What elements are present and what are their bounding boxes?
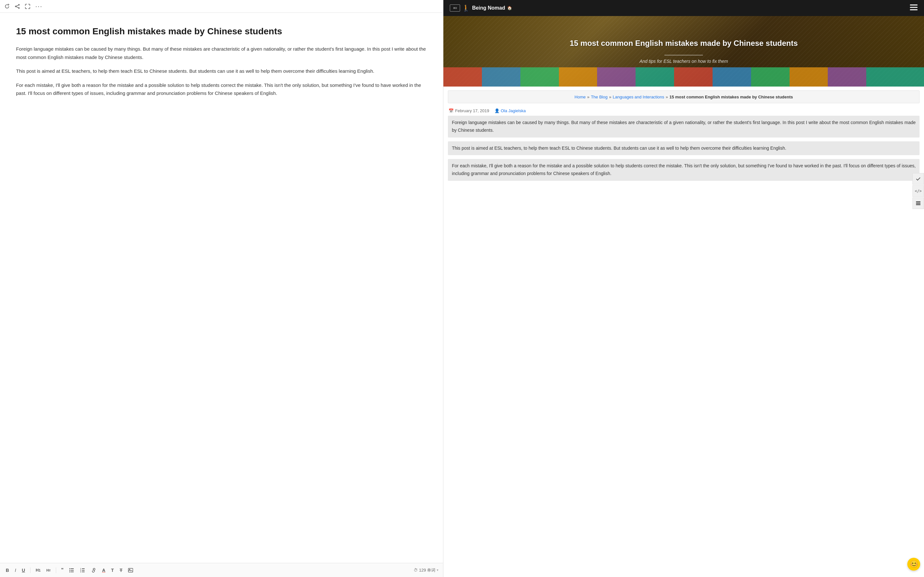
website-preview-panel: IKI 🚶 Being Nomad 🏠 15 most common Engli… — [443, 0, 924, 577]
strikethrough-button[interactable]: T — [118, 567, 124, 574]
word-count-chevron[interactable]: ▾ — [437, 568, 439, 572]
article-paragraph-1: Foreign language mistakes can be caused … — [448, 116, 919, 137]
editor-paragraph-2: This post is aimed at ESL teachers, to h… — [16, 67, 427, 75]
breadcrumb-blog-link[interactable]: The Blog — [591, 95, 607, 99]
logo-prefix: IKI — [453, 6, 457, 10]
svg-text:3: 3 — [80, 571, 81, 572]
svg-rect-19 — [910, 5, 918, 5]
editor-toolbar-bottom: B I U H1 H2 " 123 A T T — [0, 563, 443, 577]
editor-panel: ··· 15 most common English mistakes made… — [0, 0, 443, 577]
svg-rect-20 — [910, 7, 918, 8]
more-icon[interactable]: ··· — [35, 3, 43, 10]
list-ul-button[interactable] — [68, 567, 76, 573]
meta-date: 📅 February 17, 2019 — [449, 108, 489, 113]
image-button[interactable] — [127, 567, 134, 573]
format-button[interactable]: T — [110, 567, 115, 574]
editor-title: 15 most common English mistakes made by … — [16, 26, 427, 37]
svg-rect-5 — [71, 568, 74, 569]
svg-line-4 — [16, 7, 19, 8]
word-count-text: 129 单词 — [419, 567, 435, 573]
article-body: Foreign language mistakes can be caused … — [443, 116, 924, 191]
breadcrumb: Home » The Blog » Languages and Interact… — [448, 90, 919, 103]
hero-subtitle: And tips for ESL teachers on how to fix … — [640, 59, 728, 64]
svg-rect-12 — [82, 570, 85, 571]
hero-divider — [664, 55, 703, 55]
svg-rect-23 — [916, 203, 921, 204]
word-count: ⏱ 129 单词 ▾ — [414, 567, 439, 573]
svg-point-9 — [69, 570, 70, 571]
article-paragraph-3: For each mistake, I'll give both a reaso… — [448, 159, 919, 181]
stack-icon-button[interactable] — [913, 197, 924, 209]
code-icon-button[interactable]: </> — [913, 185, 924, 197]
link-button[interactable] — [90, 567, 97, 573]
breadcrumb-category-link[interactable]: Languages and Interactions — [613, 95, 664, 99]
author-icon: 👤 — [494, 108, 499, 113]
hero-title: 15 most common English mistakes made by … — [570, 39, 798, 48]
logo-person-icon: 🚶 — [462, 4, 470, 12]
site-logo: IKI 🚶 Being Nomad 🏠 — [450, 4, 512, 12]
h2-button[interactable]: H2 — [45, 568, 52, 573]
svg-rect-22 — [916, 201, 921, 202]
logo-suffix-icon: 🏠 — [507, 6, 512, 10]
svg-line-3 — [16, 5, 19, 6]
svg-rect-21 — [910, 9, 918, 10]
site-header: IKI 🚶 Being Nomad 🏠 — [443, 0, 924, 16]
pencil-decoration — [443, 67, 924, 87]
italic-button[interactable]: I — [13, 567, 17, 574]
hero-section: 15 most common English mistakes made by … — [443, 16, 924, 87]
breadcrumb-sep-1: » — [587, 95, 590, 99]
article-meta: 📅 February 17, 2019 👤 Ola Jagielska — [443, 107, 924, 116]
meta-author-link[interactable]: Ola Jagielska — [501, 108, 526, 113]
editor-toolbar-top: ··· — [0, 0, 443, 13]
editor-content-area[interactable]: 15 most common English mistakes made by … — [0, 13, 443, 563]
separator-2 — [56, 567, 56, 573]
meta-author: 👤 Ola Jagielska — [494, 108, 526, 113]
word-count-icon: ⏱ — [414, 568, 418, 572]
editor-paragraph-1: Foreign language mistakes can be caused … — [16, 45, 427, 61]
h1-button[interactable]: H1 — [34, 567, 42, 573]
avatar-emoji: 😊 — [909, 560, 918, 568]
expand-icon[interactable] — [25, 4, 30, 9]
logo-icon: IKI — [450, 5, 460, 11]
right-sidebar: </> — [913, 173, 924, 209]
underline-button[interactable]: U — [21, 567, 26, 574]
refresh-icon[interactable] — [5, 4, 10, 9]
svg-point-2 — [19, 7, 19, 8]
separator-1 — [30, 567, 31, 573]
calendar-icon: 📅 — [449, 108, 454, 113]
list-ol-button[interactable]: 123 — [79, 567, 87, 573]
editor-paragraph-3: For each mistake, I'll give both a reaso… — [16, 81, 427, 97]
svg-rect-24 — [916, 204, 921, 205]
meta-date-text: February 17, 2019 — [455, 108, 489, 113]
logo-text: Being Nomad — [472, 5, 505, 11]
breadcrumb-current: 15 most common English mistakes made by … — [669, 95, 793, 99]
svg-point-8 — [69, 568, 70, 569]
article-paragraph-2: This post is aimed at ESL teachers, to h… — [448, 141, 919, 155]
hamburger-menu-icon[interactable] — [910, 5, 918, 12]
breadcrumb-sep-3: » — [666, 95, 668, 99]
breadcrumb-sep-2: » — [609, 95, 611, 99]
svg-rect-6 — [71, 570, 74, 571]
svg-point-10 — [69, 571, 70, 572]
chat-avatar-button[interactable]: 😊 — [907, 558, 920, 571]
share-icon[interactable] — [15, 4, 20, 9]
breadcrumb-home-link[interactable]: Home — [575, 95, 586, 99]
svg-rect-7 — [71, 572, 74, 572]
svg-rect-11 — [82, 568, 85, 569]
bold-button[interactable]: B — [5, 567, 10, 574]
quote-button[interactable]: " — [60, 567, 65, 574]
text-color-button[interactable]: A — [101, 567, 107, 574]
svg-point-1 — [15, 6, 16, 7]
svg-point-0 — [19, 4, 19, 5]
svg-rect-13 — [82, 572, 85, 572]
check-icon-button[interactable] — [913, 173, 924, 185]
